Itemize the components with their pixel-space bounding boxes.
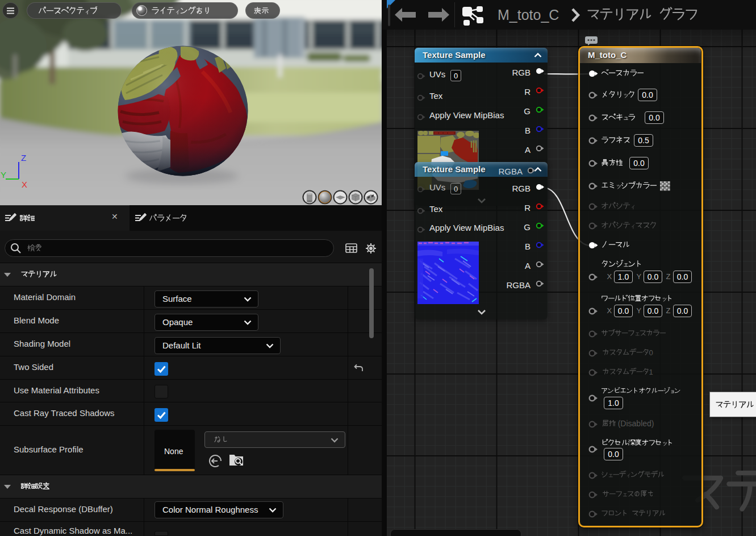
svg-text:Z: Z [21,153,26,163]
svg-text:Y: Y [1,170,6,180]
svg-text:X: X [22,180,27,189]
